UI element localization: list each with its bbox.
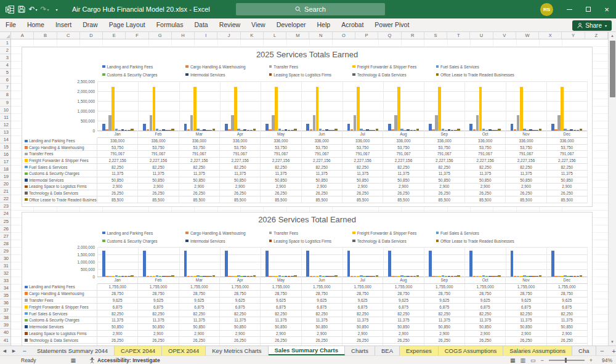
- ribbon-tab-insert[interactable]: Insert: [50, 18, 77, 31]
- legend-item-customs-security-charges[interactable]: Customs & Security Charges: [102, 238, 185, 244]
- avatar[interactable]: RS: [540, 3, 553, 16]
- close-button[interactable]: ×: [598, 0, 616, 18]
- undo-icon[interactable]: ↶▾: [27, 3, 39, 15]
- row-header-9[interactable]: 9: [0, 99, 10, 107]
- row-header-37[interactable]: 37: [0, 307, 10, 314]
- row-header-3[interactable]: 3: [0, 54, 10, 62]
- column-header-w[interactable]: W: [516, 32, 539, 39]
- legend-item-leasing-space-to-logistics-firms[interactable]: Leasing Space to Logistics Firms: [269, 71, 352, 78]
- column-header-r[interactable]: R: [402, 32, 424, 39]
- row-header-28[interactable]: 28: [0, 240, 10, 248]
- zoom-in-icon[interactable]: +: [590, 357, 593, 363]
- row-header-1[interactable]: 1: [0, 39, 10, 47]
- column-header-b[interactable]: B: [34, 32, 57, 39]
- column-header-n[interactable]: N: [309, 32, 332, 39]
- column-header-h[interactable]: H: [172, 32, 195, 39]
- legend-item-landing-and-parking-fees[interactable]: Landing and Parking Fees: [102, 230, 185, 236]
- redo-icon[interactable]: ↷▾: [39, 3, 51, 15]
- ribbon-tab-developer[interactable]: Developer: [271, 18, 312, 31]
- row-header-11[interactable]: 11: [0, 114, 10, 121]
- row-header-36[interactable]: 36: [0, 299, 10, 307]
- sheet-nav-forward-icon[interactable]: ▶: [9, 346, 18, 355]
- maximize-button[interactable]: [579, 0, 598, 18]
- scroll-up-icon[interactable]: ▲: [609, 32, 616, 39]
- vertical-scrollbar-thumb[interactable]: [610, 41, 615, 97]
- ribbon-tab-view[interactable]: View: [246, 18, 271, 31]
- select-all-corner[interactable]: [0, 32, 11, 39]
- column-header-f[interactable]: F: [126, 32, 148, 39]
- column-header-k[interactable]: K: [241, 32, 264, 39]
- normal-view-icon[interactable]: ▦: [510, 357, 516, 363]
- ribbon-tab-data[interactable]: Data: [188, 18, 213, 31]
- minimize-button[interactable]: [561, 0, 579, 18]
- legend-item-leasing-space-to-logistics-firms[interactable]: Leasing Space to Logistics Firms: [269, 238, 352, 244]
- sheet-tab-statements-summary-2044[interactable]: Statements Summary 2044: [31, 346, 115, 355]
- row-header-10[interactable]: 10: [0, 107, 10, 114]
- row-header-19[interactable]: 19: [0, 173, 10, 180]
- legend-item-cargo-handling-warehousing[interactable]: Cargo Handling & Warehousing: [185, 63, 269, 70]
- ribbon-tab-acrobat[interactable]: Acrobat: [336, 18, 369, 31]
- row-header-8[interactable]: 8: [0, 91, 10, 99]
- column-header-g[interactable]: G: [149, 32, 172, 39]
- page-layout-view-icon[interactable]: ▥: [520, 357, 525, 363]
- sheet-tab-expenses[interactable]: Expenses: [400, 346, 439, 355]
- row-header-27[interactable]: 27: [0, 233, 10, 240]
- row-header-41[interactable]: 41: [0, 337, 10, 344]
- row-header-26[interactable]: 26: [0, 225, 10, 233]
- legend-item-intermodal-services[interactable]: Intermodal Services: [185, 238, 269, 244]
- row-header-2[interactable]: 2: [0, 47, 10, 54]
- column-header-t[interactable]: T: [447, 32, 470, 39]
- legend-item-cargo-handling-warehousing[interactable]: Cargo Handling & Warehousing: [185, 230, 269, 236]
- accessibility-status[interactable]: Accessibility: Investigate: [97, 357, 160, 363]
- legend-item-customs-security-charges[interactable]: Customs & Security Charges: [102, 71, 185, 78]
- row-header-31[interactable]: 31: [0, 262, 10, 270]
- row-header-22[interactable]: 22: [0, 195, 10, 203]
- sheet-tab-cogs-assumptions[interactable]: COGS Assumptions: [439, 346, 503, 355]
- legend-item-fuel-sales-services[interactable]: Fuel Sales & Services: [436, 63, 519, 70]
- column-header-s[interactable]: S: [424, 32, 447, 39]
- sheet-nav-more-icon[interactable]: •••: [18, 346, 31, 355]
- more-sheets-icon[interactable]: •••: [596, 346, 609, 355]
- row-header-16[interactable]: 16: [0, 151, 10, 158]
- ribbon-tab-page-layout[interactable]: Page Layout: [103, 18, 151, 31]
- column-header-a[interactable]: A: [11, 32, 34, 39]
- ribbon-tab-draw[interactable]: Draw: [77, 18, 103, 31]
- legend-item-office-lease-to-trade-readed-businesses[interactable]: Office Lease to Trade Readed Businesses: [436, 71, 519, 78]
- ribbon-tab-power-pivot[interactable]: Power Pivot: [369, 18, 415, 31]
- qat-customize-icon[interactable]: ▾: [51, 3, 62, 15]
- row-header-5[interactable]: 5: [0, 69, 10, 76]
- sheet-tab-opex-2044[interactable]: OPEX 2044: [162, 346, 206, 355]
- legend-item-intermodal-services[interactable]: Intermodal Services: [185, 71, 269, 78]
- column-header-q[interactable]: Q: [378, 32, 401, 39]
- row-header-34[interactable]: 34: [0, 285, 10, 292]
- row-header-38[interactable]: 38: [0, 314, 10, 322]
- legend-item-freight-forwarder-shipper-fees[interactable]: Freight Forwarder & Shipper Fees: [352, 63, 436, 70]
- search-input[interactable]: Search: [236, 3, 385, 15]
- column-header-c[interactable]: C: [57, 32, 80, 39]
- row-header-7[interactable]: 7: [0, 84, 10, 91]
- zoom-level[interactable]: 94%: [598, 357, 612, 363]
- legend-item-transfer-fees[interactable]: Transfer Fees: [269, 63, 352, 70]
- sheet-tab-key-metrics-charts[interactable]: Key Metrics Charts: [206, 346, 268, 355]
- legend-item-fuel-sales-services[interactable]: Fuel Sales & Services: [436, 230, 519, 236]
- sheet-tab-salaries-assumptions[interactable]: Salaries Assumptions: [503, 346, 572, 355]
- legend-item-technology-data-services[interactable]: Technology & Data Services: [352, 71, 436, 78]
- sheet-tab-capex-2044[interactable]: CAPEX 2044: [115, 346, 162, 355]
- vertical-scrollbar[interactable]: ▲ ▼: [608, 32, 616, 346]
- save-icon[interactable]: [15, 3, 27, 15]
- row-header-6[interactable]: 6: [0, 76, 10, 84]
- row-header-29[interactable]: 29: [0, 248, 10, 255]
- ribbon-tab-help[interactable]: Help: [312, 18, 336, 31]
- column-header-i[interactable]: I: [195, 32, 217, 39]
- row-header-15[interactable]: 15: [0, 144, 10, 151]
- column-header-x[interactable]: X: [539, 32, 562, 39]
- legend-item-technology-data-services[interactable]: Technology & Data Services: [352, 238, 436, 244]
- column-header-j[interactable]: J: [217, 32, 240, 39]
- legend-item-landing-and-parking-fees[interactable]: Landing and Parking Fees: [102, 63, 185, 70]
- zoom-slider-thumb[interactable]: [565, 358, 567, 363]
- excel-logo-icon[interactable]: [4, 3, 15, 15]
- row-header-39[interactable]: 39: [0, 322, 10, 329]
- legend-item-freight-forwarder-shipper-fees[interactable]: Freight Forwarder & Shipper Fees: [352, 230, 436, 236]
- column-header-m[interactable]: M: [286, 32, 309, 39]
- row-header-18[interactable]: 18: [0, 166, 10, 173]
